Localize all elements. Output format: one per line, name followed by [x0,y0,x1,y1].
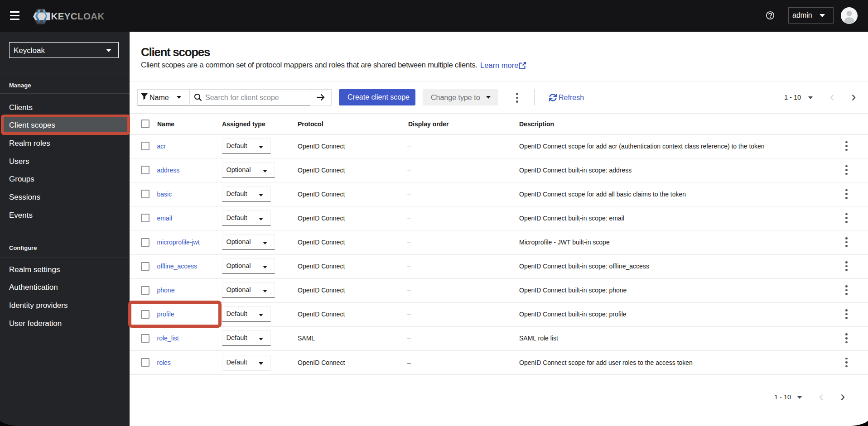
svg-text:KEYCLOAK: KEYCLOAK [51,11,105,21]
